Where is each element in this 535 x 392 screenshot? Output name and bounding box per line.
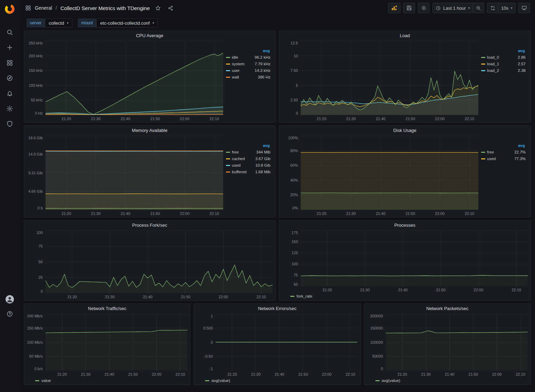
- network-errors-chart[interactable]: -1-0.5000.500121:2021:3021:4021:5022:002…: [195, 314, 357, 377]
- y-tick-label: 50000: [372, 354, 383, 358]
- variable-label-mount: mount: [78, 18, 96, 27]
- network-traffic-chart[interactable]: 0 b/s50 Mb/s100 Mb/s150 Mb/s200 Mb/s21:2…: [25, 314, 187, 377]
- time-range-picker[interactable]: Last 1 hour ▾: [432, 3, 473, 13]
- processes-chart[interactable]: 507510012515017521:2021:3021:4021:5022:0…: [281, 231, 528, 293]
- nav-actions: Last 1 hour ▾ 10s ▾: [388, 3, 530, 13]
- series-color-icon: [226, 70, 230, 71]
- y-tick-label: 0 b: [38, 206, 43, 210]
- add-panel-button[interactable]: [388, 3, 400, 13]
- save-dashboard-button[interactable]: [403, 3, 415, 13]
- legend-item[interactable]: cached3.67 Gib: [226, 157, 270, 161]
- legend-series-name[interactable]: free: [232, 150, 256, 154]
- legend-series-name[interactable]: load_1: [487, 62, 518, 66]
- explore-button[interactable]: [3, 74, 16, 83]
- network-packets-chart[interactable]: 05000010000015000020000021:2021:3021:402…: [366, 314, 528, 377]
- alerting-button[interactable]: [3, 89, 16, 98]
- legend-item[interactable]: used77.3%: [481, 157, 526, 161]
- y-tick-label: 100: [292, 262, 298, 266]
- dashboard-title[interactable]: CollectD Server Metrics with TDengine: [60, 5, 150, 11]
- legend-item[interactable]: wait386 Hz: [226, 75, 270, 79]
- cycle-view-button[interactable]: [518, 3, 530, 13]
- panel-process-fork: Process Fork/sec 025507510021:2021:3021:…: [24, 220, 276, 301]
- y-tick-label: 40%: [290, 178, 298, 182]
- panel-title[interactable]: Memory Available: [24, 126, 275, 135]
- user-profile-button[interactable]: [3, 295, 16, 304]
- x-tick-label: 21:30: [346, 211, 356, 216]
- legend-series-name: fork_rate: [297, 294, 312, 298]
- panel-title[interactable]: Process Fork/sec: [24, 220, 275, 230]
- panel-title[interactable]: Load: [279, 31, 530, 40]
- legend-series-name[interactable]: free: [487, 150, 514, 154]
- legend-series-name[interactable]: system: [232, 62, 255, 66]
- x-tick-label: 21:40: [376, 117, 386, 121]
- sidebar: [0, 0, 19, 392]
- grafana-app: General / CollectD Server Metrics with T…: [0, 0, 535, 392]
- panel-title[interactable]: Network Errors/sec: [194, 304, 360, 313]
- variable-value-server[interactable]: collectd ▾: [45, 18, 72, 27]
- panel-title[interactable]: CPU Average: [24, 31, 275, 40]
- y-tick-label: 25: [39, 275, 43, 280]
- process-fork-chart[interactable]: 025507510021:2021:3021:4021:5022:0022:10: [25, 231, 273, 300]
- server-admin-button[interactable]: [3, 119, 16, 128]
- create-button[interactable]: [3, 43, 16, 52]
- breadcrumb-folder[interactable]: General: [35, 5, 52, 11]
- grafana-logo[interactable]: [0, 0, 19, 18]
- legend-series-name[interactable]: wait: [232, 75, 258, 79]
- legend-series-name[interactable]: user: [232, 68, 255, 73]
- x-tick-label: 21:50: [406, 211, 415, 216]
- legend-item[interactable]: idle96.2 kHz: [226, 55, 270, 59]
- legend-series-name[interactable]: idle: [232, 55, 255, 59]
- x-tick-label: 21:50: [128, 372, 138, 376]
- legend-item[interactable]: used10.8 Gib: [226, 163, 270, 167]
- panel-title[interactable]: Processes: [279, 220, 530, 230]
- sidebar-bottom: [3, 295, 16, 392]
- legend-series-name[interactable]: cached: [232, 157, 256, 161]
- load-chart[interactable]: 02.5057.501012.521:2021:3021:4021:5022:0…: [281, 41, 478, 122]
- legend-item[interactable]: free344 Mib: [226, 150, 270, 154]
- dashboards-button[interactable]: [3, 58, 16, 67]
- panel-title[interactable]: Network Traffic/sec: [24, 304, 190, 313]
- legend-item[interactable]: load_22.38: [481, 68, 526, 73]
- x-tick-label: 21:40: [376, 211, 386, 216]
- y-tick-label: 75: [39, 244, 43, 248]
- x-tick-label: 21:20: [317, 117, 326, 121]
- legend-item[interactable]: load_02.86: [481, 55, 526, 59]
- legend-item[interactable]: buffered1.68 Mib: [226, 170, 270, 174]
- legend-item[interactable]: fork_rate: [290, 294, 312, 298]
- configuration-button[interactable]: [3, 104, 16, 113]
- legend-item[interactable]: avg(value): [205, 378, 230, 383]
- legend-series-name[interactable]: load_2: [487, 68, 518, 73]
- network-traffic-legend: value: [25, 377, 187, 384]
- y-tick-label: 0: [381, 367, 383, 371]
- legend-avg-header: avg: [481, 143, 526, 148]
- legend-item[interactable]: user14.3 kHz: [226, 68, 270, 73]
- legend-item[interactable]: free22.7%: [481, 150, 526, 154]
- legend-item[interactable]: load_12.57: [481, 62, 526, 66]
- help-button[interactable]: [3, 309, 16, 318]
- legend-series-name[interactable]: buffered: [232, 170, 255, 174]
- search-button[interactable]: [3, 28, 16, 37]
- legend-series-name[interactable]: load_0: [487, 55, 518, 59]
- memory-chart[interactable]: 0 b4.66 Gib9.31 Gib14.0 Gib18.6 Gib21:20…: [25, 136, 223, 216]
- variable-value-mount[interactable]: etc-collectd-collectd.conf ▾: [96, 18, 158, 27]
- panel-title[interactable]: Disk Usage: [279, 126, 530, 135]
- y-tick-label: -0.50: [204, 354, 213, 358]
- y-tick-label: 0 b/s: [34, 367, 43, 371]
- disk-usage-chart[interactable]: 0%20%40%60%80%100%21:2021:3021:4021:5022…: [281, 136, 478, 216]
- legend-item[interactable]: value: [35, 378, 51, 383]
- legend-series-name[interactable]: used: [487, 157, 514, 161]
- cpu-average-chart[interactable]: 0 Hz50 kHz100 kHz150 kHz200 kHz250 kHz21…: [25, 41, 223, 122]
- panel-title[interactable]: Network Packets/sec: [364, 304, 530, 313]
- dashboard-settings-button[interactable]: [418, 3, 430, 13]
- legend-item[interactable]: system7.79 kHz: [226, 62, 270, 66]
- chevron-down-icon: ▾: [67, 21, 68, 25]
- legend-series-name[interactable]: used: [232, 163, 256, 167]
- share-dashboard-button[interactable]: [166, 3, 175, 12]
- zoom-out-time-button[interactable]: [473, 3, 484, 13]
- refresh-button[interactable]: [487, 3, 498, 13]
- star-dashboard-button[interactable]: [153, 3, 162, 12]
- legend-item[interactable]: avg(value): [375, 378, 400, 383]
- breadcrumb: General / CollectD Server Metrics with T…: [25, 3, 175, 12]
- legend-avg-header: avg: [226, 143, 270, 148]
- refresh-interval-dropdown[interactable]: 10s ▾: [498, 3, 516, 13]
